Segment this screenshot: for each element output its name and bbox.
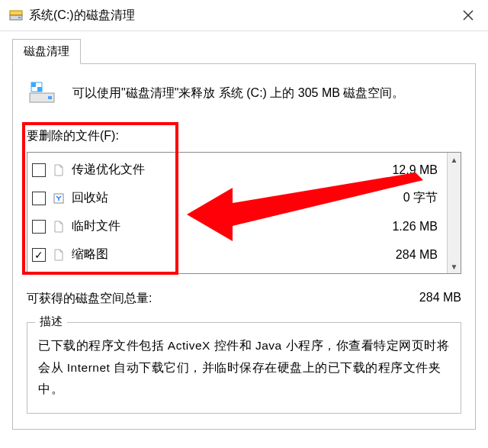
list-item-label: 缩略图 (72, 247, 390, 263)
description-body: 已下载的程序文件包括 ActiveX 控件和 Java 小程序，你查看特定网页时… (38, 335, 450, 401)
tab-disk-cleanup[interactable]: 磁盘清理 (12, 39, 81, 64)
list-item-size: 12.9 MB (392, 163, 442, 177)
file-icon (52, 220, 66, 234)
svg-rect-6 (48, 96, 52, 99)
checkbox[interactable] (32, 220, 46, 234)
svg-rect-8 (31, 82, 36, 87)
list-item-size: 1.26 MB (392, 220, 442, 234)
list-item[interactable]: 临时文件1.26 MB (32, 212, 442, 240)
checkbox[interactable] (32, 192, 46, 205)
close-button[interactable] (451, 5, 485, 26)
intro-text: 可以使用"磁盘清理"来释放 系统 (C:) 上的 305 MB 磁盘空间。 (72, 84, 404, 102)
scrollbar[interactable]: ▲ ▼ (447, 153, 461, 273)
file-icon (52, 163, 66, 177)
titlebar: 系统(C:)的磁盘清理 (0, 0, 488, 31)
description-label: 描述 (35, 314, 67, 329)
files-to-delete-label: 要删除的文件(F): (27, 128, 461, 144)
scroll-down-button[interactable]: ▼ (448, 259, 461, 273)
recycle-bin-icon (52, 192, 66, 205)
file-icon (52, 248, 66, 262)
list-item-label: 传递优化文件 (72, 162, 386, 178)
tab-panel: 可以使用"磁盘清理"来释放 系统 (C:) 上的 305 MB 磁盘空间。 要删… (12, 63, 476, 430)
file-list: 传递优化文件12.9 MB回收站0 字节临时文件1.26 MB✓缩略图284 M… (27, 152, 461, 274)
list-item[interactable]: 回收站0 字节 (32, 184, 442, 212)
list-item[interactable]: 传递优化文件12.9 MB (32, 156, 442, 184)
list-item-size: 0 字节 (403, 190, 442, 206)
drive-small-icon (9, 8, 23, 22)
list-item[interactable]: ✓缩略图284 MB (32, 240, 442, 269)
checkbox[interactable]: ✓ (32, 248, 46, 262)
list-item-label: 回收站 (72, 190, 397, 206)
svg-rect-2 (18, 17, 21, 18)
svg-rect-0 (10, 11, 22, 15)
window-title: 系统(C:)的磁盘清理 (29, 8, 451, 24)
list-item-size: 284 MB (396, 248, 442, 262)
svg-rect-9 (37, 87, 42, 92)
list-item-label: 临时文件 (72, 218, 386, 234)
total-label: 可获得的磁盘空间总量: (27, 291, 152, 307)
total-value: 284 MB (419, 291, 461, 307)
scroll-up-button[interactable]: ▲ (448, 153, 461, 166)
checkbox[interactable] (32, 163, 46, 177)
description-group: 描述 已下载的程序文件包括 ActiveX 控件和 Java 小程序，你查看特定… (27, 322, 461, 414)
drive-icon (27, 78, 57, 108)
